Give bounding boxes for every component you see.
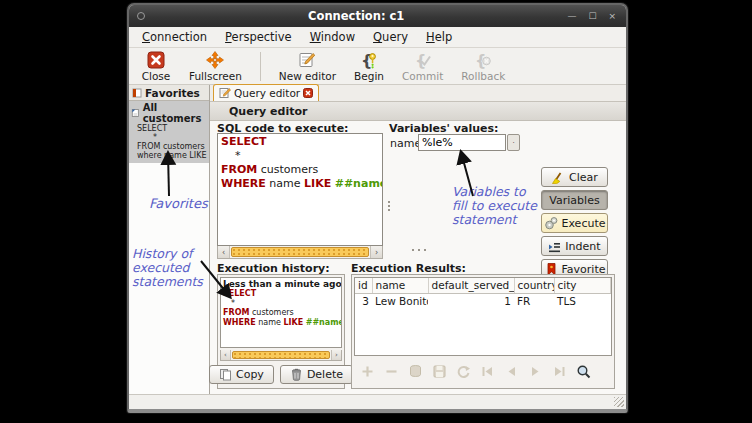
cell-id: 3 [355,293,372,308]
next-row-icon [528,364,543,379]
favorite-item-title: All customers [143,102,209,124]
cell-default-served-by: 1 [428,293,514,308]
scrollbar-thumb[interactable] [232,351,330,359]
book-icon [132,88,142,98]
favorite-page-icon [131,108,140,118]
favorite-item-all-customers[interactable]: All customers SELECT * FROM customers wh… [129,101,209,163]
variable-value-input[interactable] [418,134,506,151]
history-panel: Less than a minute ago: SELECT * FROM cu… [217,274,345,389]
toolbar: Close Fullscreen New editor { Begin { Co… [129,48,626,85]
cell-name: Lew Bonito [372,293,428,308]
results-panel: id name default_served_by country city [351,274,615,389]
results-toolbar [352,358,614,379]
scroll-right-icon[interactable]: › [331,350,341,360]
toolbar-separator [260,52,261,81]
favorites-sidebar: Favorites All customers SELECT * FROM cu… [129,85,210,394]
tab-close-icon[interactable] [303,88,313,98]
clear-button[interactable]: Clear [541,167,608,187]
delete-button[interactable]: Delete [280,365,353,384]
save-icon [432,364,447,379]
menu-connection[interactable]: Connection [133,28,216,46]
column-header[interactable]: country [514,278,554,293]
favorite-preview-line: where name LIKE [129,151,209,160]
tabstrip: Query editor [210,85,626,102]
minimize-button[interactable]: — [567,11,576,21]
titlebar[interactable]: Connection: c1 — ☐ × [129,5,626,27]
menu-help[interactable]: Help [417,28,461,46]
remove-row-icon [384,364,399,379]
last-row-icon [552,364,567,379]
screenshot-stage: Connection: c1 — ☐ × Connection Perspect… [0,0,752,423]
refresh-icon [456,364,471,379]
main-panel: Query editor Query editor SQL code to ex… [210,85,626,394]
cell-country: FR [514,293,554,308]
search-icon[interactable] [576,364,591,379]
scrollbar-thumb[interactable] [231,247,369,257]
horizontal-splitter[interactable] [410,249,428,251]
sql-editor-hscrollbar[interactable]: ‹ › [217,246,383,259]
commit-icon: { [414,51,432,69]
add-row-icon [360,364,375,379]
history-age: Less than a minute ago: [223,279,339,289]
rollback-icon: { [474,51,492,69]
execute-button[interactable]: Execute [541,213,608,233]
history-list[interactable]: Less than a minute ago: SELECT * FROM cu… [220,277,342,348]
column-header[interactable]: name [372,278,428,293]
svg-text:{: { [415,51,426,69]
broom-icon [551,170,565,184]
sql-editor[interactable]: SELECT * FROM customers WHERE name LIKE … [217,133,383,246]
indent-icon [548,240,561,253]
scroll-left-icon[interactable]: ‹ [221,350,231,360]
statusbar [129,394,626,409]
body-area: Favorites All customers SELECT * FROM cu… [129,85,626,394]
favorite-preview-line: SELECT [129,124,209,133]
column-header[interactable]: city [554,278,611,293]
annotation-favorites: Favorites [149,197,208,212]
vertical-splitter[interactable] [388,199,390,213]
close-connection-button[interactable]: Close [141,51,171,82]
commit-button: { Commit [402,51,443,82]
database-icon [408,364,423,379]
cell-city: TLS [554,293,611,308]
gears-icon [544,216,558,230]
indent-button[interactable]: Indent [541,236,608,256]
trash-icon [290,368,303,381]
history-hscrollbar[interactable]: ‹ › [220,350,342,361]
close-window-button[interactable]: × [608,11,616,21]
variables-toggle-button[interactable]: Variables [541,190,608,210]
menu-query[interactable]: Query [364,28,417,46]
section-header: Query editor [210,102,626,121]
menu-window[interactable]: Window [301,28,364,46]
new-editor-button[interactable]: New editor [279,51,336,82]
annotation-variables: Variables to fill to execute statement [452,185,544,227]
column-header[interactable]: id [355,278,372,293]
window-title: Connection: c1 [145,9,567,23]
copy-icon [219,368,232,381]
previous-row-icon [504,364,519,379]
annotation-history: History of executed statements [132,247,228,289]
table-row[interactable]: 3 Lew Bonito 1 FR TLS [355,293,611,308]
favorites-header: Favorites [129,85,209,101]
results-table[interactable]: id name default_served_by country city [354,277,612,356]
menu-perspective[interactable]: Perspective [216,28,301,46]
copy-button[interactable]: Copy [209,365,274,384]
resize-grip[interactable] [614,397,624,407]
close-icon [147,51,165,69]
tab-query-editor[interactable]: Query editor [213,84,319,101]
new-editor-icon [298,51,316,69]
begin-icon: { [360,51,378,69]
rollback-button: { Rollback [461,51,505,82]
window-menu-icon[interactable] [137,12,145,20]
fullscreen-button[interactable]: Fullscreen [189,51,242,82]
maximize-button[interactable]: ☐ [588,11,596,21]
query-editor-content: SQL code to execute: SELECT * FROM custo… [210,121,626,394]
menubar: Connection Perspective Window Query Help [129,27,626,48]
variable-options-button[interactable]: · [507,134,520,151]
query-editor-tab-icon [219,87,231,99]
first-row-icon [480,364,495,379]
scroll-right-icon[interactable]: › [370,246,382,258]
begin-transaction-button[interactable]: { Begin [354,51,384,82]
favorite-preview-line: * [129,133,209,142]
fullscreen-icon [206,51,224,69]
column-header[interactable]: default_served_by [428,278,514,293]
